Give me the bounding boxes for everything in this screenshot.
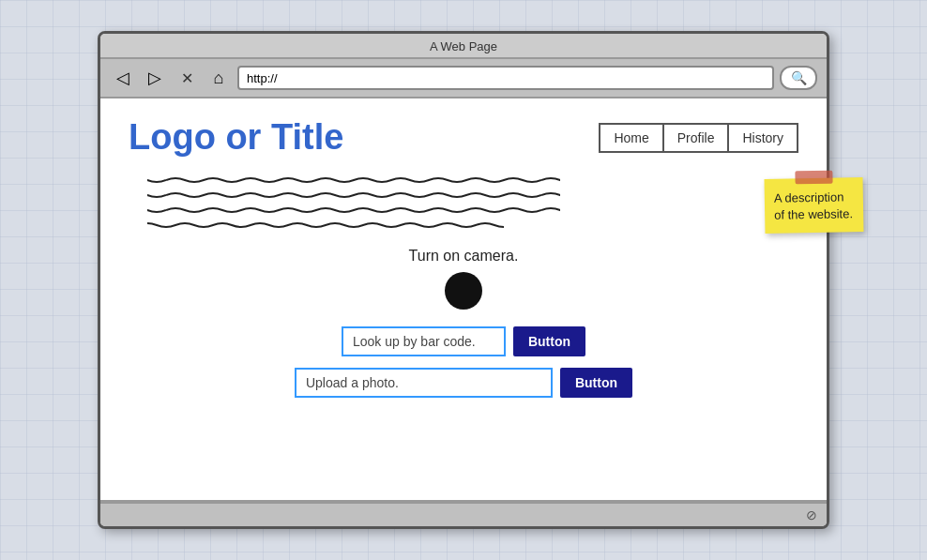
title-bar: A Web Page (100, 34, 827, 59)
sticky-note: A description of the website. (764, 177, 863, 234)
page-header: Logo or Title Home Profile History (129, 117, 798, 158)
status-icon: ⊘ (806, 507, 817, 522)
nav-profile[interactable]: Profile (664, 125, 730, 151)
close-icon: ✕ (181, 69, 193, 87)
barcode-input-row: Button (129, 326, 798, 356)
page-content: Logo or Title Home Profile History Turn … (100, 98, 827, 502)
barcode-button[interactable]: Button (513, 326, 585, 356)
window-title: A Web Page (430, 39, 497, 53)
nav-home[interactable]: Home (600, 125, 663, 151)
back-icon: ◁ (116, 68, 129, 88)
sticky-note-text: A description of the website. (774, 189, 853, 221)
nav-bar: ◁ ▷ ✕ ⌂ 🔍 (100, 59, 827, 98)
home-icon: ⌂ (214, 68, 224, 88)
photo-button[interactable]: Button (560, 368, 632, 398)
nav-history[interactable]: History (729, 125, 797, 151)
placeholder-text-block (129, 176, 798, 229)
barcode-input[interactable] (342, 326, 506, 356)
squiggle-line-2 (147, 191, 560, 199)
nav-menu: Home Profile History (599, 123, 798, 153)
search-button[interactable]: 🔍 (780, 66, 817, 90)
photo-input[interactable] (295, 368, 553, 398)
search-icon: 🔍 (791, 70, 807, 85)
squiggle-line-1 (147, 176, 560, 184)
camera-dot (445, 272, 482, 310)
camera-label: Turn on camera. (409, 248, 519, 265)
camera-section: Turn on camera. (129, 248, 798, 310)
home-button[interactable]: ⌂ (205, 65, 232, 91)
squiggle-line-3 (147, 206, 560, 214)
forward-button[interactable]: ▷ (142, 65, 168, 91)
browser-window: A Web Page ◁ ▷ ✕ ⌂ 🔍 Logo or Title Home … (98, 31, 829, 529)
squiggle-line-4 (147, 221, 504, 229)
logo-title: Logo or Title (129, 117, 343, 158)
sticky-tape (795, 171, 832, 185)
back-button[interactable]: ◁ (110, 65, 136, 91)
url-input[interactable] (237, 66, 774, 90)
status-bar: ⊘ (100, 502, 827, 526)
close-button[interactable]: ✕ (174, 65, 200, 91)
forward-icon: ▷ (148, 68, 161, 88)
photo-input-row: Button (129, 368, 798, 398)
